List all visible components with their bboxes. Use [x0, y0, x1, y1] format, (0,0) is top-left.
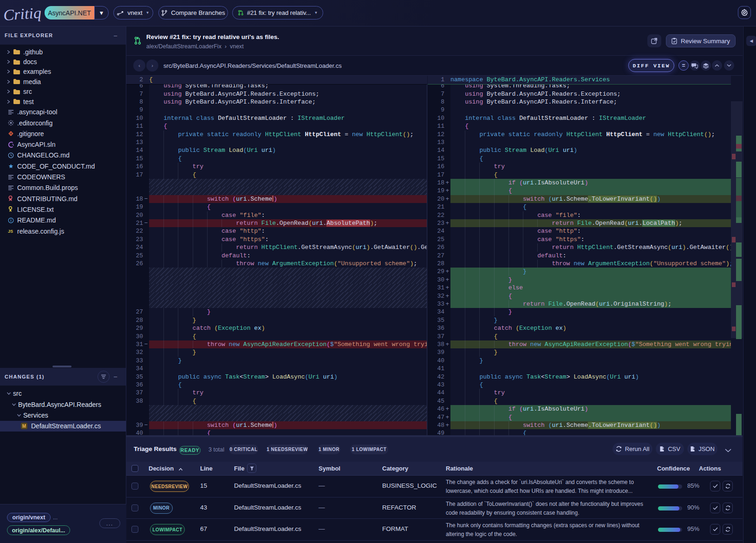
svg-text:Critiq: Critiq — [3, 4, 42, 24]
